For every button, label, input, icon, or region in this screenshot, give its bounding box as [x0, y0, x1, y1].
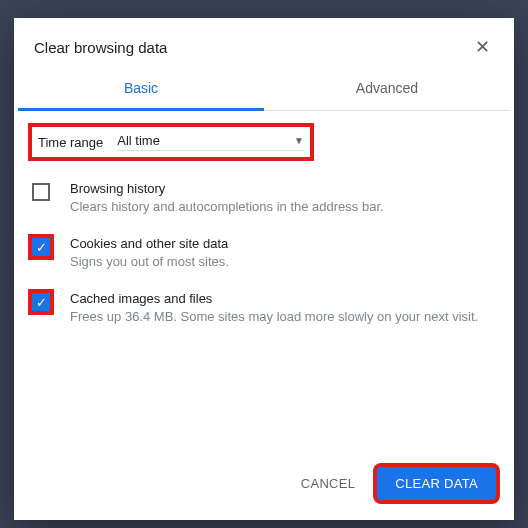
tab-basic[interactable]: Basic [18, 68, 264, 111]
checkbox-browsing-history[interactable] [32, 183, 50, 201]
time-range-value: All time [117, 133, 160, 148]
option-text: Cookies and other site data Signs you ou… [70, 236, 229, 269]
checkmark-icon: ✓ [36, 241, 47, 254]
option-desc: Signs you out of most sites. [70, 254, 229, 269]
option-desc: Clears history and autocompletions in th… [70, 199, 384, 214]
clear-data-button[interactable]: CLEAR DATA [377, 467, 496, 500]
dialog-title: Clear browsing data [34, 39, 167, 56]
close-icon[interactable]: ✕ [471, 34, 494, 60]
chevron-down-icon: ▼ [294, 135, 304, 146]
option-title: Cookies and other site data [70, 236, 229, 251]
option-title: Cached images and files [70, 291, 478, 306]
option-cookies: ✓ Cookies and other site data Signs you … [28, 236, 500, 269]
checkmark-icon: ✓ [36, 296, 47, 309]
time-range-row: Time range All time ▼ [28, 123, 314, 161]
option-text: Cached images and files Frees up 36.4 MB… [70, 291, 478, 324]
option-desc: Frees up 36.4 MB. Some sites may load mo… [70, 309, 478, 324]
option-text: Browsing history Clears history and auto… [70, 181, 384, 214]
dialog-footer: CANCEL CLEAR DATA [14, 453, 514, 520]
time-range-label: Time range [38, 135, 103, 150]
option-cached: ✓ Cached images and files Frees up 36.4 … [28, 291, 500, 324]
tab-advanced[interactable]: Advanced [264, 68, 510, 110]
dialog-header: Clear browsing data ✕ [14, 18, 514, 68]
clear-browsing-data-dialog: Clear browsing data ✕ Basic Advanced Tim… [14, 18, 514, 520]
time-range-select[interactable]: All time ▼ [117, 133, 304, 151]
dialog-content: Time range All time ▼ Browsing history C… [14, 111, 514, 453]
cancel-button[interactable]: CANCEL [285, 468, 372, 499]
checkbox-cookies[interactable]: ✓ [32, 238, 50, 256]
option-title: Browsing history [70, 181, 384, 196]
tabs: Basic Advanced [18, 68, 510, 111]
option-browsing-history: Browsing history Clears history and auto… [28, 181, 500, 214]
checkbox-cached[interactable]: ✓ [32, 293, 50, 311]
